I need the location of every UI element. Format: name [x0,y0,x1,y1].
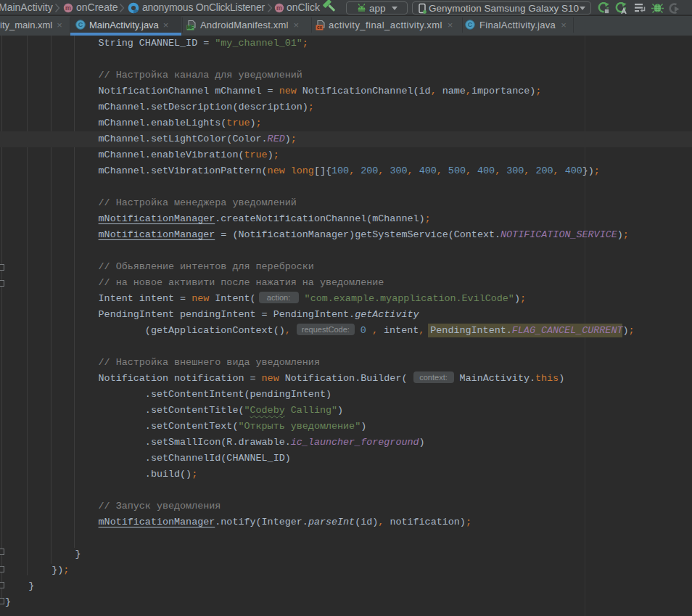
svg-text:m: m [276,4,282,12]
svg-text:MF: MF [187,25,194,30]
svg-text:m: m [65,4,71,12]
svg-text:C: C [468,21,473,28]
svg-text:C: C [78,21,83,28]
svg-text:cx: cx [317,25,323,30]
